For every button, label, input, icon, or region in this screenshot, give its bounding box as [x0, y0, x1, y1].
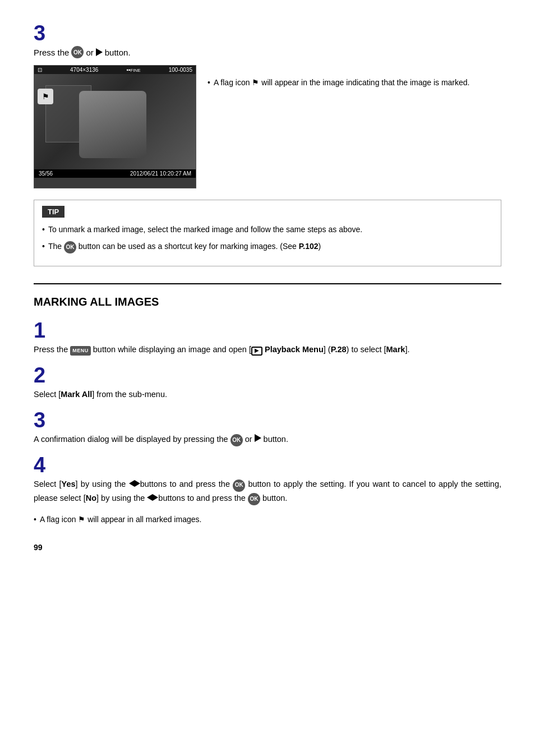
resolution-display: 4704×3136: [70, 67, 98, 73]
left-arrow-icon: [129, 480, 135, 487]
camera-image-wrapper: ⊡ 4704×3136 ▪▪FINE 100-0035 ⚑ 35/56 2012…: [34, 65, 501, 188]
step-3-top: 3 Press the OK or button. ⊡ 4704×3136 ▪▪…: [34, 22, 501, 188]
tip-bullet-2: •: [42, 240, 45, 252]
flag-indicator: ⚑: [38, 89, 53, 104]
tip-box: TIP • To unmark a marked image, select t…: [34, 200, 501, 266]
marking-all-section: MARKING ALL IMAGES 1 Press the MENU butt…: [34, 283, 501, 526]
right-arrow-icon: [96, 48, 103, 56]
tip-text-2: The OK button can be used as a shortcut …: [48, 240, 321, 253]
step-number-4: 4: [34, 454, 501, 476]
tip-header: TIP: [42, 206, 64, 218]
counter-display: 100-0035: [169, 67, 192, 73]
caption-text: A flag icon ⚑ will appear in the image i…: [214, 76, 470, 89]
marking-step-3: 3 A confirmation dialog will be displaye…: [34, 409, 501, 446]
camera-top-bar: ⊡ 4704×3136 ▪▪FINE 100-0035: [34, 66, 196, 74]
lr-buttons-step4b: [147, 494, 158, 501]
final-note-text: A flag icon ⚑ will appear in all marked …: [40, 513, 201, 526]
tip-item-1: • To unmark a marked image, select the m…: [42, 223, 493, 236]
tip-bullet-1: •: [42, 223, 45, 236]
section-divider: [34, 283, 501, 284]
step-number-2: 2: [34, 365, 501, 386]
marking-step-1: 1 Press the MENU button while displaying…: [34, 320, 501, 357]
step-number-1: 1: [34, 320, 501, 341]
left-arrow2-icon: [147, 494, 153, 501]
tip-item-2: • The OK button can be used as a shortcu…: [42, 240, 493, 253]
image-caption: • A flag icon ⚑ will appear in the image…: [207, 65, 501, 94]
section-title: MARKING ALL IMAGES: [34, 296, 501, 308]
caption-bullet: • A flag icon ⚑ will appear in the image…: [207, 76, 501, 89]
intro-before: Press the: [34, 48, 69, 57]
step-2-text: Select [Mark All] from the sub-menu.: [34, 388, 501, 402]
intro-or: or: [86, 48, 93, 57]
ok-button-step4b-icon: OK: [248, 493, 260, 505]
step-3-or: or: [245, 435, 252, 444]
step-number-3: 3: [34, 409, 501, 431]
page-number: 99: [34, 543, 501, 552]
right-arrow-step3-icon: [255, 434, 261, 442]
lr-buttons-step4a: [129, 480, 140, 487]
marking-step-2: 2 Select [Mark All] from the sub-menu.: [34, 365, 501, 402]
intro-after: button.: [105, 48, 131, 57]
datetime-display: 2012/06/21 10:20:27 AM: [130, 170, 191, 177]
camera-bottom-bar: 35/56 2012/06/21 10:20:27 AM: [34, 169, 196, 178]
quality-display: ▪▪FINE: [126, 67, 140, 73]
step-number-3-top: 3: [34, 22, 501, 44]
bullet-dot: •: [207, 76, 210, 89]
playback-icon: ▶: [251, 347, 262, 356]
final-bullet: •: [34, 513, 36, 526]
final-note: • A flag icon ⚑ will appear in all marke…: [34, 513, 501, 526]
menu-button-icon: MENU: [70, 346, 91, 356]
ok-button-step4a-icon: OK: [233, 480, 245, 492]
camera-image: ⊡ 4704×3136 ▪▪FINE 100-0035 ⚑ 35/56 2012…: [34, 65, 196, 188]
step-4-text: Select [Yes] by using the buttons to and…: [34, 478, 501, 505]
ok-button-tip-icon: OK: [64, 241, 76, 253]
marking-step-4: 4 Select [Yes] by using the buttons to a…: [34, 454, 501, 505]
tip-text-1: To unmark a marked image, select the mar…: [48, 223, 362, 236]
ok-button-icon: OK: [71, 46, 84, 58]
step-3-text: A confirmation dialog will be displayed …: [34, 433, 501, 446]
camera-image-content: ⚑: [34, 74, 196, 169]
right-arrow3-icon: [153, 494, 158, 501]
image-object: [79, 91, 146, 158]
right-arrow2-icon: [135, 480, 140, 487]
ok-button-step3-icon: OK: [230, 434, 243, 446]
step-1-text: Press the MENU button while displaying a…: [34, 343, 501, 357]
step-3-intro: Press the OK or button.: [34, 46, 501, 58]
frame-counter: 35/56: [39, 170, 53, 177]
battery-icon: ⊡: [38, 67, 42, 73]
